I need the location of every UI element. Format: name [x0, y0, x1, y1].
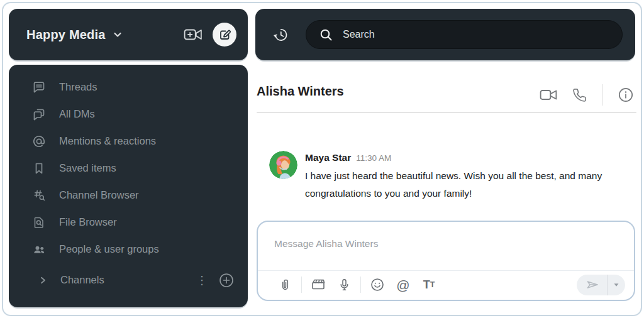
sidebar-item-all-dms[interactable]: All DMs	[9, 101, 248, 128]
sidebar-item-label: Saved items	[59, 162, 116, 174]
chevron-down-icon[interactable]	[112, 29, 123, 40]
sidebar-item-mentions[interactable]: Mentions & reactions	[9, 128, 248, 155]
mention-button[interactable]: @	[392, 274, 414, 295]
threads-icon	[31, 80, 47, 94]
people-icon	[31, 243, 47, 256]
composer-toolbar: @ TT	[258, 270, 634, 300]
video-call-icon	[540, 88, 557, 102]
send-button[interactable]	[577, 275, 607, 295]
sidebar-item-channels[interactable]: Channels ⋮	[9, 266, 248, 293]
sidebar-item-label: Channels	[60, 274, 104, 286]
text-format-button[interactable]: TT	[418, 274, 440, 295]
chat-actions	[525, 82, 634, 108]
chevron-right-icon[interactable]	[35, 275, 50, 286]
sidebar-item-label: Mentions & reactions	[59, 135, 156, 147]
sidebar: Threads All DMs Mentions & reactions	[9, 65, 248, 307]
compose-button[interactable]	[213, 23, 236, 47]
sidebar-item-label: Threads	[59, 81, 97, 93]
attach-file-button[interactable]	[274, 274, 296, 295]
search-bar[interactable]	[306, 20, 623, 49]
file-browser-icon	[31, 216, 47, 229]
composer-input[interactable]	[274, 238, 614, 249]
sidebar-item-threads[interactable]: Threads	[9, 74, 248, 101]
sidebar-item-label: Channel Browser	[59, 189, 139, 201]
info-button[interactable]	[618, 87, 634, 103]
sidebar-item-label: People & user groups	[59, 243, 159, 255]
channel-browser-icon	[31, 189, 47, 202]
sidebar-item-file-browser[interactable]: File Browser	[9, 209, 248, 236]
chat-title: Alisha Winters	[257, 84, 344, 99]
record-video-button[interactable]	[308, 274, 329, 295]
message-timestamp: 11:30 AM	[356, 153, 391, 163]
clapperboard-icon	[311, 277, 326, 292]
record-audio-button[interactable]	[333, 274, 355, 295]
toolbar-divider	[301, 277, 302, 293]
sidebar-item-people[interactable]: People & user groups	[9, 236, 248, 263]
history-button[interactable]	[255, 26, 306, 43]
microphone-icon	[337, 278, 352, 292]
sidebar-item-saved[interactable]: Saved items	[9, 155, 248, 182]
search-header	[255, 9, 635, 60]
sidebar-item-channel-browser[interactable]: Channel Browser	[9, 182, 248, 209]
message-composer[interactable]: @ TT	[257, 221, 635, 301]
video-plus-icon	[184, 27, 203, 42]
caret-down-icon	[612, 280, 621, 289]
bookmark-icon	[31, 162, 47, 175]
chat-header-divider	[257, 112, 636, 113]
send-icon	[584, 278, 600, 291]
channels-overflow-icon[interactable]: ⋮	[196, 273, 208, 287]
send-options-button[interactable]	[608, 275, 625, 295]
info-icon	[618, 87, 634, 103]
at-icon: @	[396, 278, 409, 292]
message-author[interactable]: Maya Star	[305, 152, 351, 163]
mentions-icon	[31, 134, 47, 148]
emoji-button[interactable]	[367, 274, 388, 295]
search-input[interactable]	[343, 29, 609, 40]
format-icon: T	[423, 279, 430, 290]
workspace-name[interactable]: Happy Media	[26, 28, 106, 42]
add-channel-button[interactable]	[219, 273, 234, 288]
message-body: Maya Star 11:30 AM I have just heard the…	[305, 151, 627, 202]
send-split-button	[577, 275, 625, 295]
phone-icon	[572, 88, 587, 102]
emoji-icon	[370, 277, 385, 292]
video-call-button[interactable]	[540, 88, 557, 102]
toolbar-divider	[360, 277, 361, 293]
message-text: I have just heard the beautiful news. Wi…	[305, 167, 627, 202]
new-meeting-button[interactable]	[184, 27, 203, 42]
all-dms-icon	[31, 107, 47, 121]
compose-icon	[218, 28, 231, 41]
sidebar-item-label: File Browser	[59, 216, 117, 228]
workspace-header: Happy Media	[9, 9, 248, 60]
voice-call-button[interactable]	[572, 88, 587, 102]
message: Maya Star 11:30 AM I have just heard the…	[269, 151, 627, 202]
avatar[interactable]	[269, 151, 297, 179]
header-divider	[602, 84, 602, 106]
search-icon	[319, 28, 333, 41]
app-window: Happy Media	[0, 0, 644, 318]
history-icon	[272, 26, 289, 43]
paperclip-icon	[278, 278, 292, 292]
plus-circle-icon	[219, 273, 234, 288]
sidebar-item-label: All DMs	[59, 108, 95, 120]
